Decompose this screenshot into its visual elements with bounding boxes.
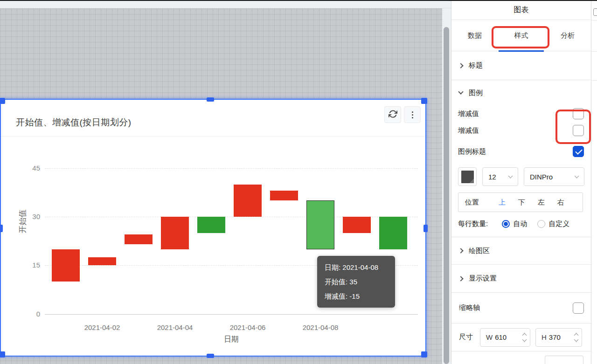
font-color-picker[interactable]: [458, 167, 477, 186]
legend-header[interactable]: 图例: [451, 80, 591, 105]
rail-panel-icon[interactable]: [593, 8, 597, 16]
position-option-right[interactable]: 右: [557, 198, 564, 207]
rail-divider: [591, 20, 597, 21]
width-spinner[interactable]: W 610: [480, 328, 530, 347]
x-tick-label: 2021-04-08: [295, 323, 346, 331]
tab-data[interactable]: 数据: [451, 20, 498, 51]
legend-label: 图例: [469, 89, 483, 97]
dashboard-canvas[interactable]: 开始值、增减值(按日期划分) 开始值 日期: [0, 8, 442, 364]
font-family-value: DINPro: [530, 173, 553, 181]
thumbnail-axis-row: 缩略轴: [451, 293, 591, 323]
chevron-right-icon: [458, 248, 463, 253]
y-gridline: [45, 168, 418, 169]
section-legend: 图例 增减值 增减值 图例标题 12: [451, 80, 591, 237]
waterfall-bar-2021-04-05[interactable]: [197, 217, 225, 233]
tab-style[interactable]: 样式: [498, 20, 545, 51]
chevron-down-icon: [575, 174, 579, 179]
legend-item-checkbox[interactable]: [573, 125, 584, 136]
legend-item-checkbox[interactable]: [573, 108, 584, 119]
y-axis-title: 开始值: [17, 222, 28, 234]
position-option-bottom[interactable]: 下: [518, 198, 525, 207]
thumbnail-axis-label: 缩略轴: [459, 303, 480, 312]
position-label: 位置: [465, 198, 479, 207]
legend-item-row: 增减值: [451, 105, 591, 122]
waterfall-bar-2021-04-02[interactable]: [88, 257, 116, 265]
chevron-right-icon: [458, 63, 463, 68]
chart-card[interactable]: 开始值、增减值(按日期划分) 开始值 日期: [0, 99, 426, 357]
size-row: 尺寸 W 610 H 370: [451, 323, 591, 351]
waterfall-bar-2021-04-06[interactable]: [234, 185, 262, 217]
position-option-top[interactable]: 上: [499, 198, 506, 207]
canvas-scrollbar-track[interactable]: [442, 8, 451, 364]
resize-handle-top[interactable]: [207, 97, 214, 102]
section-plot-area[interactable]: 绘图区: [451, 237, 591, 265]
chart-tooltip: 日期: 2021-04-08 开始值: 35 增减值: -15: [317, 256, 395, 308]
radio-option-custom[interactable]: 自定义: [537, 220, 569, 228]
legend-title-row: 图例标题: [451, 139, 591, 164]
waterfall-bar-2021-04-04[interactable]: [161, 217, 189, 249]
tooltip-start-value: 开始值: 35: [325, 275, 388, 289]
waterfall-bar-2021-04-03[interactable]: [125, 234, 153, 244]
position-options: 上 下 左 右: [499, 198, 564, 207]
tooltip-date: 日期: 2021-04-08: [325, 260, 388, 275]
resize-handle-right[interactable]: [423, 225, 428, 232]
radio-option-auto[interactable]: 自动: [502, 220, 527, 228]
height-spinner-arrows[interactable]: [570, 329, 582, 346]
chevron-down-icon: [508, 174, 513, 179]
font-family-select[interactable]: DINPro: [524, 167, 584, 186]
height-spinner[interactable]: H 370: [535, 328, 582, 347]
resize-handle-top-left[interactable]: [0, 98, 5, 104]
position-option-left[interactable]: 左: [538, 198, 545, 207]
waterfall-bar-2021-04-07[interactable]: [270, 191, 298, 200]
waterfall-plot: 开始值 日期 日期: 2021-04-08 开始值: 35 增减值: -15 0…: [1, 100, 425, 356]
waterfall-bar-2021-04-09[interactable]: [343, 217, 371, 233]
chevron-down-icon: [458, 89, 463, 94]
per-row-count-label: 每行数量:: [458, 220, 488, 228]
size-label: 尺寸: [459, 333, 473, 342]
font-size-value: 12: [488, 173, 496, 181]
waterfall-bar-2021-04-08[interactable]: [306, 200, 334, 249]
legend-item-label: 增减值: [458, 126, 479, 135]
resize-handle-left[interactable]: [0, 225, 3, 232]
thumbnail-axis-checkbox[interactable]: [573, 302, 584, 314]
resize-handle-top-right[interactable]: [421, 98, 427, 104]
y-tick-label: 15: [20, 261, 40, 269]
section-title[interactable]: 标题: [451, 51, 591, 80]
section-display-settings[interactable]: 显示设置: [451, 265, 591, 293]
canvas-scrollbar-thumb[interactable]: [444, 27, 449, 364]
tab-analysis[interactable]: 分析: [544, 20, 591, 51]
radio-auto-label: 自动: [513, 220, 527, 228]
per-row-radio-group: 自动 自定义: [502, 220, 569, 228]
resize-handle-bottom-left[interactable]: [0, 351, 5, 357]
height-prefix: H: [541, 333, 547, 341]
width-spinner-arrows[interactable]: [519, 329, 530, 346]
x-axis-title: 日期: [208, 335, 255, 344]
waterfall-bar-2021-04-10[interactable]: [379, 217, 407, 249]
partial-next-row: [451, 351, 591, 359]
chevron-right-icon: [458, 276, 463, 281]
legend-title-label: 图例标题: [458, 147, 486, 156]
x-tick-label: 2021-04-04: [149, 323, 201, 331]
x-axis-line: [45, 314, 418, 315]
plot-area-label: 绘图区: [469, 247, 490, 255]
partial-control: [545, 356, 583, 364]
resize-handle-bottom-right[interactable]: [421, 351, 427, 357]
display-settings-label: 显示设置: [469, 274, 497, 283]
y-tick-label: 0: [20, 310, 40, 318]
rail-divider: [591, 80, 597, 81]
width-value: 610: [495, 333, 507, 341]
width-prefix: W: [486, 333, 493, 341]
radio-selected-icon: [502, 220, 510, 228]
font-size-select[interactable]: 12: [482, 167, 518, 186]
radio-unselected-icon: [537, 220, 545, 228]
window-top-edge: [0, 0, 597, 1]
panel-tabs: 数据 样式 分析: [451, 20, 591, 51]
section-title-label: 标题: [469, 61, 483, 70]
height-value: 370: [549, 333, 561, 341]
radio-custom-label: 自定义: [548, 220, 569, 228]
x-tick-label: 2021-04-06: [222, 323, 273, 331]
resize-handle-bottom[interactable]: [207, 354, 214, 358]
legend-title-checkbox[interactable]: [573, 146, 584, 157]
waterfall-bar-2021-04-01[interactable]: [52, 249, 80, 282]
canvas-top-strip: [0, 1, 451, 8]
